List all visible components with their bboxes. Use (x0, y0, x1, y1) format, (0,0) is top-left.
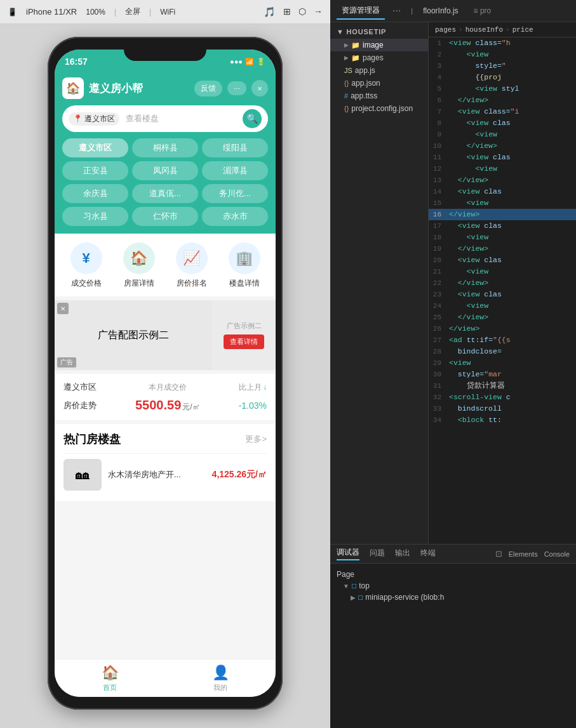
hot-header: 热门房楼盘 更多> (64, 432, 267, 447)
ad-detail-button[interactable]: 查看详情 (224, 334, 264, 349)
simulator-topbar: 📱 iPhone 11/XR 100% | 全屏 | WiFi 🎵 ⊞ ⬡ → (0, 0, 330, 24)
bc-pages: pages (435, 26, 456, 34)
sim-icon-share[interactable]: ⬡ (298, 6, 306, 18)
tree-item-projectconfig[interactable]: {} project.config.json (330, 102, 428, 115)
compare-arrow: ↓ (263, 383, 267, 392)
chevron-right-icon: ▶ (344, 55, 349, 61)
hot-more-link[interactable]: 更多> (245, 433, 267, 445)
code-line-15: 15 <view (429, 197, 576, 209)
dt-tab-issues[interactable]: 问题 (370, 548, 385, 560)
dt-tab-debugger[interactable]: 调试器 (337, 547, 359, 560)
region-btn-tongzi[interactable]: 桐梓县 (132, 138, 198, 157)
sim-view-label[interactable]: 全屏 (125, 6, 140, 17)
dt-tab-output[interactable]: 输出 (395, 548, 410, 560)
devtools-filter-icon[interactable]: ⊡ (495, 549, 502, 559)
code-line-16: 16 </view> (429, 209, 576, 220)
code-line-18: 18 <view (429, 232, 576, 243)
func-property-detail[interactable]: 🏢 楼盘详情 (229, 242, 260, 289)
ad-side-panel: 广告示例二 查看详情 (212, 300, 276, 370)
app-header: 🏠 遵义房小帮 反馈 ··· × (55, 74, 276, 105)
search-button[interactable]: 🔍 (243, 109, 262, 128)
sim-icon-forward[interactable]: → (314, 6, 323, 18)
more-button[interactable]: ··· (227, 81, 246, 95)
phone-device: 16:57 ●●● 📶 🔋 🏠 遵义房小帮 反馈 ··· × (48, 37, 283, 710)
folder-icon: 📁 (351, 54, 360, 62)
dt-top-label: top (359, 581, 370, 590)
search-placeholder[interactable]: 查看楼盘 (123, 113, 239, 124)
tree-item-appjs[interactable]: JS app.js (330, 64, 428, 77)
tab-pro[interactable]: ≡ pro (469, 4, 497, 18)
js-file-icon: JS (344, 67, 352, 74)
region-btn-zunyi[interactable]: 遵义市区 (62, 138, 128, 157)
code-line-31: 31 贷款计算器 (429, 380, 576, 392)
func-price-rank[interactable]: 📈 房价排名 (176, 242, 208, 289)
region-btn-wuchuan[interactable]: 务川仡... (202, 184, 268, 203)
app-logo: 🏠 (62, 77, 84, 99)
close-button[interactable]: × (251, 80, 268, 96)
bottom-nav: 🏠 首页 👤 我的 (55, 659, 276, 697)
code-line-32: 32 <scroll-view c (429, 392, 576, 403)
tab-explorer[interactable]: 资源管理器 (337, 3, 385, 20)
property-item[interactable]: 🏘 水木清华房地产开... 4,125.26元/㎡ (64, 453, 267, 496)
code-editor[interactable]: pages › houseInfo › price 1 <view class=… (429, 22, 576, 544)
location-selector[interactable]: 📍 遵义市区 (69, 112, 119, 126)
code-line-29: 29 <view (429, 357, 576, 369)
bc-price: price (512, 26, 533, 34)
tree-item-appttss[interactable]: # app.ttss (330, 89, 428, 102)
sim-zoom: 100% (86, 8, 105, 17)
func-transaction-price[interactable]: ¥ 成交价格 (70, 242, 102, 289)
nav-home[interactable]: 🏠 首页 (55, 665, 165, 692)
nav-profile[interactable]: 👤 我的 (165, 665, 276, 692)
tree-item-image[interactable]: ▶ 📁 image (330, 39, 428, 51)
chevron-down-icon: ▼ (343, 583, 349, 590)
region-btn-xishui[interactable]: 习水县 (62, 207, 128, 226)
code-line-12: 12 <view (429, 163, 576, 175)
price-unit: 元/㎡ (182, 402, 199, 413)
dt-tab-terminal[interactable]: 终端 (420, 548, 436, 560)
region-btn-zhengan[interactable]: 正安县 (62, 161, 128, 180)
devtools-elements-btn[interactable]: Elements (509, 550, 538, 558)
property-info: 水木清华房地产开... (108, 469, 206, 480)
code-line-2: 2 <view (429, 49, 576, 60)
dt-tree-top[interactable]: ▼ □ top (337, 580, 570, 592)
devtools-content: Page ▼ □ top ▶ □ miniapp-service (blob:h (330, 564, 576, 608)
sim-icon-tiktok[interactable]: 🎵 (264, 6, 276, 18)
price-compare-label: 比上月 ↓ (239, 382, 267, 393)
status-time: 16:57 (65, 56, 88, 67)
price-section: 遵义市区 本月成交价 比上月 ↓ 房价走势 5500.59 元/㎡ -1.03% (55, 374, 276, 420)
code-line-17: 17 <view clas (429, 220, 576, 232)
property-price: 4,125.26元/㎡ (212, 469, 267, 480)
chevron-down-icon: ▼ (337, 28, 347, 36)
region-btn-daozhen[interactable]: 道真佤... (132, 184, 198, 203)
feedback-button[interactable]: 反馈 (194, 81, 222, 96)
code-line-3: 3 style=" (429, 60, 576, 72)
dt-tree-miniapp[interactable]: ▶ □ miniapp-service (blob:h (337, 592, 570, 603)
tree-item-pages[interactable]: ▶ 📁 pages (330, 51, 428, 64)
region-btn-renhuai[interactable]: 仁怀市 (132, 207, 198, 226)
search-inner[interactable]: 📍 遵义市区 查看楼盘 🔍 (62, 105, 268, 132)
code-line-22: 22 </view> (429, 277, 576, 289)
region-btn-yuqing[interactable]: 余庆县 (62, 184, 128, 203)
tab-floorinfo[interactable]: floorInfo.js (418, 4, 463, 18)
breadcrumb: pages › houseInfo › price (429, 22, 576, 37)
ad-tag: 广告 (57, 357, 76, 367)
code-lines: 1 <view class="h 2 <view 3 style=" 4 {{p… (429, 37, 576, 426)
region-btn-meitan[interactable]: 湄潭县 (202, 161, 268, 180)
code-line-5: 5 <view styl (429, 83, 576, 95)
region-btn-fengang[interactable]: 凤冈县 (132, 161, 198, 180)
region-btn-chishui[interactable]: 赤水市 (202, 207, 268, 226)
signal-icon: ●●● (230, 58, 243, 65)
explorer-more-icon[interactable]: ··· (392, 5, 401, 17)
price-trend-label: 房价走势 (64, 400, 97, 411)
tree-item-appjson[interactable]: {} app.json (330, 77, 428, 89)
nav-profile-label: 我的 (213, 683, 227, 692)
func-house-detail[interactable]: 🏠 房屋详情 (123, 242, 155, 289)
sim-icon-grid[interactable]: ⊞ (283, 6, 291, 18)
chevron-right-icon: ▶ (351, 594, 356, 601)
code-line-28: 28 bindclose= (429, 346, 576, 357)
devtools-console-btn[interactable]: Console (544, 550, 570, 558)
dt-page-label: Page (337, 570, 354, 579)
region-btn-suiyang[interactable]: 绥阳县 (202, 138, 268, 157)
ad-close-button[interactable]: ✕ (57, 303, 69, 314)
property-thumbnail: 🏘 (64, 459, 102, 491)
